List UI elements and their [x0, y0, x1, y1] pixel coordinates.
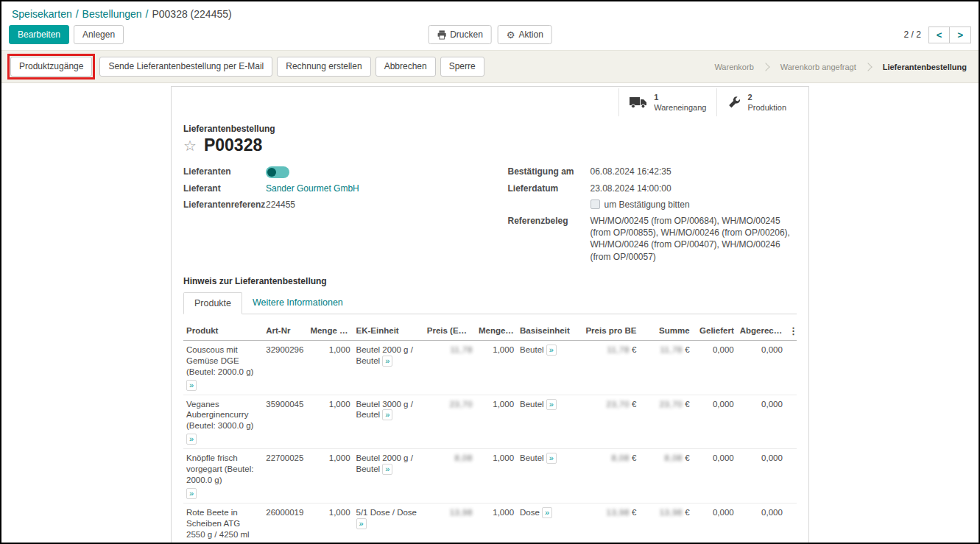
basiseinheit-value: Dose [520, 508, 540, 517]
optional-columns-icon[interactable]: ⋮ [786, 322, 797, 341]
col-header-geliefert[interactable]: Geliefert [693, 322, 737, 341]
ek-einheit-internal-link-button[interactable]: » [382, 409, 392, 420]
preis-eke-cell: 8,08 [455, 453, 473, 462]
currency-symbol: € [632, 345, 636, 354]
ek-einheit-value: 5/1 Dose / Dose [356, 508, 417, 517]
action-button[interactable]: ⚙ Aktion [498, 25, 552, 44]
ask-confirmation-checkbox[interactable] [591, 199, 600, 209]
supplier-link[interactable]: Sander Gourmet GmbH [266, 183, 359, 194]
source-document-value: WH/MO/00245 (from OP/00684), WH/MO/00245… [591, 215, 797, 263]
abgerechnet-cell: 0,000 [737, 395, 786, 449]
col-header-menge-eke[interactable]: Menge (EKE)... [307, 322, 353, 341]
order-line-row[interactable]: Knöpfle frisch vorgegart (Beutel: 2000.0… [183, 449, 797, 504]
col-header-produkt[interactable]: Produkt [183, 322, 263, 341]
lieferanten-toggle[interactable] [266, 166, 289, 178]
breadcrumb-current: P00328 (224455) [152, 8, 231, 20]
col-header-ek-einheit[interactable]: EK-Einheit [353, 322, 424, 341]
preis-pro-be-cell: 11,78 [607, 345, 629, 354]
basiseinheit-value: Beutel [520, 400, 544, 409]
status-step-warenkorb-angefragt[interactable]: Warenkorb angefragt [778, 60, 859, 74]
menge-eke-cell: 1,000 [307, 449, 353, 504]
statusbar: Warenkorb Warenkorb angefragt Lieferante… [711, 60, 973, 74]
send-email-button[interactable]: Sende Lieferantenbestellung per E-Mail [99, 57, 272, 76]
abgerechnet-cell: 0,000 [737, 504, 786, 543]
lock-button[interactable]: Sperre [440, 57, 484, 76]
basiseinheit-value: Beutel [520, 345, 544, 354]
form-sheet: 1 Wareneingang 2 Produktion Lieferantenb… [171, 86, 809, 543]
field-label-referenzbeleg: Referenzbeleg [508, 215, 591, 263]
currency-symbol: € [685, 400, 689, 409]
ask-confirmation-label: um Bestätigung bitten [604, 199, 690, 211]
delivery-date-value: 23.08.2024 14:00:00 [591, 183, 671, 194]
order-line-row[interactable]: Rote Beete in Scheiben ATG 2550 g / 4250… [183, 504, 797, 543]
ek-einheit-internal-link-button[interactable]: » [356, 518, 367, 529]
summe-cell: 23,70 [660, 400, 683, 409]
menge-b-cell: 1,000 [476, 449, 517, 504]
currency-symbol: € [632, 508, 636, 517]
geliefert-cell: 0,000 [693, 395, 737, 449]
action-bar: Produktzugänge Sende Lieferantenbestellu… [1, 50, 979, 82]
preis-eke-cell: 11,78 [450, 345, 472, 354]
supplier-ref-value: 224455 [266, 199, 295, 211]
create-invoice-button[interactable]: Rechnung erstellen [277, 57, 370, 76]
print-button-label: Drucken [450, 29, 483, 40]
basiseinheit-internal-link-button[interactable]: » [546, 399, 557, 410]
breadcrumb-speisekarten[interactable]: Speisekarten [12, 8, 72, 20]
col-header-summe[interactable]: Summe [639, 322, 692, 341]
col-header-basiseinheit[interactable]: Basiseinheit [517, 322, 576, 341]
field-group: Lieferanten Lieferant Sander Gourmet Gmb… [183, 166, 797, 266]
produktion-smart-button[interactable]: 2 Produktion [716, 88, 797, 117]
breadcrumb-separator: / [76, 8, 79, 20]
produktzugaenge-button[interactable]: Produktzugänge [10, 57, 92, 76]
preis-eke-cell: 13,98 [450, 508, 473, 517]
field-label-lieferant: Lieferant [183, 183, 266, 194]
preis-pro-be-cell: 8,08 [611, 453, 629, 462]
notebook-tabs: Produkte Weitere Informationen [183, 292, 797, 314]
currency-symbol: € [685, 345, 689, 354]
col-header-abgerechnet[interactable]: Abgerechnet... [737, 322, 786, 341]
favorite-star-icon[interactable]: ☆ [183, 138, 197, 153]
menge-eke-cell: 1,000 [307, 340, 353, 395]
pager-count: 2 / 2 [903, 29, 920, 40]
create-button[interactable]: Anlegen [74, 25, 124, 44]
tab-produkte[interactable]: Produkte [183, 292, 242, 314]
basiseinheit-internal-link-button[interactable]: » [546, 453, 557, 464]
basiseinheit-internal-link-button[interactable]: » [542, 507, 552, 518]
product-internal-link-button[interactable]: » [186, 488, 197, 499]
col-header-preis-eke[interactable]: Preis (EKE) [424, 322, 476, 341]
preis-eke-cell: 23,70 [450, 400, 473, 409]
pager-previous-button[interactable]: < [928, 27, 951, 43]
product-internal-link-button[interactable]: » [186, 434, 197, 445]
ek-einheit-internal-link-button[interactable]: » [382, 464, 392, 475]
ek-einheit-internal-link-button[interactable]: » [382, 356, 392, 367]
confirmed-date-value: 06.08.2024 16:42:35 [591, 166, 671, 177]
field-label-lieferdatum: Lieferdatum [508, 183, 591, 194]
tab-weitere-informationen[interactable]: Weitere Informationen [242, 292, 353, 314]
breadcrumb-bestellungen[interactable]: Bestellungen [82, 8, 142, 20]
menge-eke-cell: 1,000 [307, 504, 353, 543]
abgerechnet-cell: 0,000 [737, 449, 786, 504]
basiseinheit-internal-link-button[interactable]: » [546, 345, 557, 356]
currency-symbol: € [685, 508, 689, 517]
form-view: 1 Wareneingang 2 Produktion Lieferantenb… [1, 83, 979, 543]
status-step-warenkorb[interactable]: Warenkorb [711, 60, 756, 74]
wareneingang-smart-button[interactable]: 1 Wareneingang [618, 88, 716, 117]
order-line-row[interactable]: Couscous mit Gemüse DGE (Beutel: 2000.0 … [183, 340, 797, 395]
geliefert-cell: 0,000 [693, 504, 737, 543]
col-header-art-nr[interactable]: Art-Nr [263, 322, 307, 341]
currency-symbol: € [685, 453, 689, 462]
app-window: Speisekarten/Bestellungen/P00328 (224455… [0, 0, 980, 544]
product-internal-link-button[interactable]: » [186, 380, 197, 391]
status-step-lieferantenbestellung[interactable]: Lieferantenbestellung [880, 60, 970, 74]
col-header-preis-pro-be[interactable]: Preis pro BE [576, 322, 639, 341]
cancel-button[interactable]: Abbrechen [376, 57, 436, 76]
annotation-highlight-box: Produktzugänge [7, 54, 95, 79]
menge-eke-cell: 1,000 [307, 395, 353, 449]
pager-next-button[interactable]: > [949, 27, 971, 43]
control-panel: Bearbeiten Anlegen Drucken ⚙ Aktion 2 / … [1, 24, 979, 50]
document-title: P00328 [204, 135, 262, 155]
edit-button[interactable]: Bearbeiten [9, 25, 69, 44]
col-header-menge-b[interactable]: Menge (B) [476, 322, 517, 341]
order-line-row[interactable]: Veganes Auberginencurry (Beutel: 3000.0 … [183, 395, 797, 449]
print-button[interactable]: Drucken [428, 25, 492, 44]
